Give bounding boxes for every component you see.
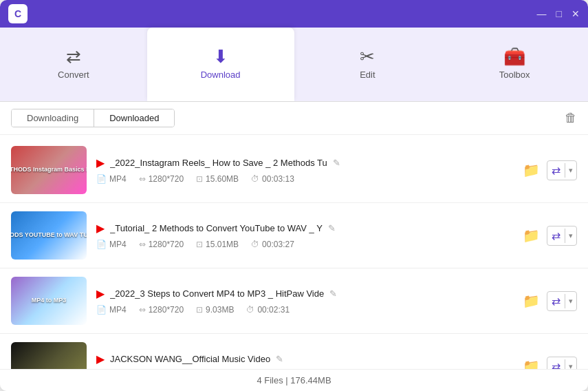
meta-icon: ⇔ (139, 305, 146, 315)
video-info: ▶_2022_Instagram Reels_ How to Save _ 2 … (96, 156, 513, 184)
edit-title-icon[interactable]: ✎ (276, 354, 283, 364)
convert-button-group: ⇄▾ (547, 291, 577, 311)
titlebar: C — □ ✕ (0, 0, 588, 28)
nav-item-convert[interactable]: ⇄Convert (0, 28, 147, 101)
convert-button[interactable]: ⇄ (547, 292, 565, 310)
edit-title-icon[interactable]: ✎ (328, 223, 336, 233)
youtube-icon: ▶ (96, 287, 105, 300)
convert-button[interactable]: ⇄ (547, 226, 565, 245)
video-info: ▶_Tutorial_ 2 Methods to Convert YouTube… (96, 222, 513, 249)
convert-dropdown-arrow[interactable]: ▾ (565, 229, 576, 243)
window-controls: — □ ✕ (537, 8, 580, 19)
convert-button[interactable]: ⇄ (547, 161, 565, 180)
app-window: C — □ ✕ ⇄Convert⬇Download✂Edit🧰Toolbox D… (0, 0, 588, 391)
navbar: ⇄Convert⬇Download✂Edit🧰Toolbox (0, 28, 588, 102)
convert-dropdown-arrow[interactable]: ▾ (565, 359, 576, 370)
trash-button[interactable]: 🗑 (565, 111, 577, 125)
convert-button-group: ⇄▾ (547, 226, 577, 246)
minimize-button[interactable]: — (537, 8, 547, 19)
video-title: JACKSON WANG__Official Music Video (110, 354, 270, 364)
video-actions: 📁⇄▾ (523, 226, 577, 246)
meta-value: 00:02:31 (257, 305, 290, 315)
meta-item: ⊡15.60MB (196, 174, 239, 184)
convert-button[interactable]: ⇄ (547, 357, 565, 370)
video-item: MP4 to MP3▶_2022_3 Steps to Convert MP4 … (0, 268, 588, 334)
video-item: ▶JACKSON WANG__Official Music Video✎📄MP4… (0, 334, 588, 369)
open-folder-button[interactable]: 📁 (523, 358, 540, 369)
meta-value: 9.03MB (206, 305, 234, 315)
toolbar: DownloadingDownloaded 🗑 (0, 102, 588, 135)
nav-item-edit[interactable]: ✂Edit (294, 28, 442, 101)
thumbnail-2: 2 METHODS YOUTUBE to WAV TUTORIAL (11, 211, 87, 260)
footer: 4 Files | 176.44MB (0, 369, 588, 391)
maximize-button[interactable]: □ (556, 8, 562, 19)
video-actions: 📁⇄▾ (523, 160, 577, 180)
meta-icon: ⊡ (196, 240, 203, 249)
meta-icon: 📄 (96, 174, 107, 184)
meta-value: 1280*720 (149, 174, 184, 184)
nav-icon-download: ⬇ (213, 47, 228, 65)
meta-value: 00:03:13 (262, 174, 294, 184)
meta-icon: ⏱ (246, 305, 254, 315)
nav-label-edit: Edit (360, 70, 375, 80)
meta-item: ⇔1280*720 (139, 174, 184, 184)
close-button[interactable]: ✕ (571, 8, 580, 19)
meta-item: ⇔1280*720 (139, 305, 184, 315)
tab-downloaded[interactable]: Downloaded (94, 109, 174, 127)
meta-item: ⏱00:02:31 (246, 305, 290, 315)
meta-value: 1280*720 (149, 305, 184, 315)
open-folder-button[interactable]: 📁 (523, 293, 540, 309)
nav-item-toolbox[interactable]: 🧰Toolbox (441, 28, 588, 101)
meta-icon: ⊡ (196, 305, 203, 315)
meta-item: ⇔1280*720 (139, 240, 184, 249)
meta-item: 📄MP4 (96, 305, 127, 315)
tab-group: DownloadingDownloaded (11, 109, 175, 127)
edit-title-icon[interactable]: ✎ (333, 158, 340, 168)
nav-item-download[interactable]: ⬇Download (147, 28, 294, 101)
youtube-icon: ▶ (96, 222, 105, 235)
meta-item: ⊡9.03MB (196, 305, 234, 315)
meta-icon: ⏱ (251, 240, 259, 249)
nav-label-toolbox: Toolbox (499, 70, 530, 80)
meta-value: MP4 (109, 174, 127, 184)
thumbnail-4 (11, 342, 87, 369)
meta-item: 📄MP4 (96, 240, 127, 249)
file-count: 4 Files | 176.44MB (257, 375, 331, 385)
convert-button-group: ⇄▾ (547, 357, 577, 370)
thumbnail-3: MP4 to MP3 (11, 277, 87, 325)
nav-icon-toolbox: 🧰 (503, 47, 525, 65)
video-title: _2022_Instagram Reels_ How to Save _ 2 M… (110, 158, 327, 168)
video-item: 2 METHODS YOUTUBE to WAV TUTORIAL▶_Tutor… (0, 203, 588, 268)
thumbnail-1: 2 METHODS Instagram Basics Reels (11, 146, 87, 194)
meta-item: ⏱00:03:13 (251, 174, 294, 184)
meta-value: 15.01MB (206, 240, 239, 249)
video-info: ▶_2022_3 Steps to Convert MP4 to MP3 _ H… (96, 287, 513, 315)
meta-value: 1280*720 (149, 240, 184, 249)
video-list: 2 METHODS Instagram Basics Reels▶_2022_I… (0, 135, 588, 369)
video-actions: 📁⇄▾ (523, 291, 577, 311)
meta-value: 00:03:27 (262, 240, 294, 249)
meta-icon: ⊡ (196, 174, 203, 184)
convert-dropdown-arrow[interactable]: ▾ (565, 294, 576, 308)
meta-value: 15.60MB (206, 174, 239, 184)
meta-item: ⊡15.01MB (196, 240, 239, 249)
meta-icon: ⏱ (251, 174, 259, 184)
open-folder-button[interactable]: 📁 (523, 227, 540, 244)
nav-icon-convert: ⇄ (66, 47, 81, 65)
meta-icon: 📄 (96, 240, 107, 249)
open-folder-button[interactable]: 📁 (523, 162, 540, 178)
edit-title-icon[interactable]: ✎ (329, 288, 337, 299)
video-item: 2 METHODS Instagram Basics Reels▶_2022_I… (0, 138, 588, 203)
convert-dropdown-arrow[interactable]: ▾ (565, 163, 576, 178)
meta-icon: 📄 (96, 305, 107, 315)
youtube-icon: ▶ (96, 352, 105, 366)
convert-button-group: ⇄▾ (547, 160, 577, 180)
meta-value: MP4 (109, 240, 127, 249)
youtube-icon: ▶ (96, 156, 105, 169)
meta-icon: ⇔ (139, 240, 146, 249)
nav-label-download: Download (201, 70, 241, 80)
tab-downloading[interactable]: Downloading (12, 109, 94, 127)
app-logo: C (8, 4, 28, 23)
nav-icon-edit: ✂ (360, 47, 375, 65)
video-title: _Tutorial_ 2 Methods to Convert YouTube … (110, 223, 323, 233)
